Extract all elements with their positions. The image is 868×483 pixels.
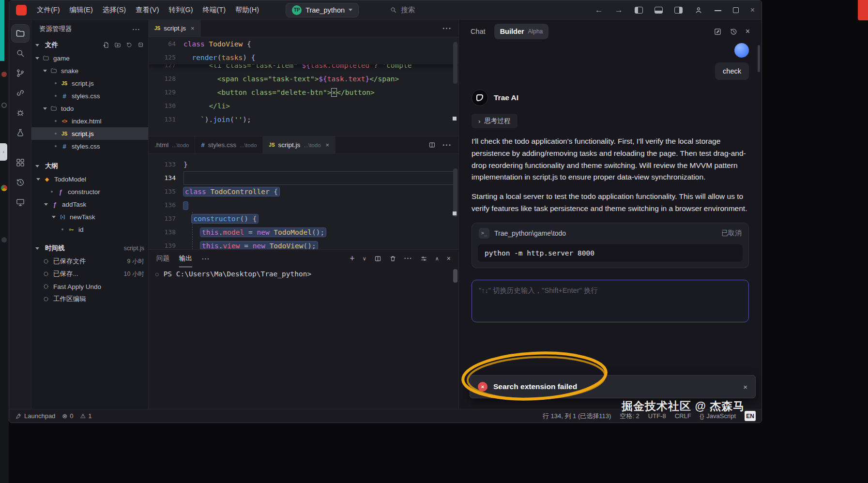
edge-handle[interactable]: ‹ bbox=[0, 143, 7, 161]
code-line[interactable]: 125 render(tasks) { bbox=[149, 51, 458, 64]
menu-terminal[interactable]: 终端(T) bbox=[198, 3, 230, 16]
tree-item-folder-snake[interactable]: snake bbox=[31, 64, 148, 77]
cursor-position[interactable]: 行 134, 列 1 (已选择113) bbox=[543, 412, 611, 421]
tab-builder[interactable]: Builder Alpha bbox=[494, 24, 549, 39]
scrollbar-thumb[interactable] bbox=[758, 45, 760, 72]
timeline-item[interactable]: 工作区编辑 bbox=[31, 293, 148, 305]
command-card[interactable]: >_ Trae_python\game\todo 已取消 python -m h… bbox=[472, 223, 749, 268]
code-line[interactable]: 136 bbox=[149, 198, 458, 212]
close-chat-icon[interactable]: × bbox=[746, 27, 750, 36]
section-files[interactable]: 文件 bbox=[31, 38, 148, 52]
section-outline[interactable]: 大纲 bbox=[31, 159, 148, 173]
tab-script-js-todo[interactable]: JS script.js ...\todo × bbox=[263, 136, 335, 153]
more-icon[interactable]: ··· bbox=[442, 24, 452, 33]
activity-search[interactable] bbox=[12, 45, 29, 62]
user-avatar[interactable] bbox=[734, 43, 749, 58]
code-line[interactable]: 134 bbox=[149, 171, 458, 185]
split-terminal-icon[interactable] bbox=[374, 255, 381, 262]
activity-extensions[interactable] bbox=[12, 154, 29, 171]
activity-references[interactable] bbox=[12, 84, 29, 102]
code-line[interactable]: 137 constructor() { bbox=[149, 212, 458, 226]
code-line[interactable]: 130 </li> bbox=[149, 99, 458, 113]
activity-debug[interactable] bbox=[12, 104, 29, 121]
code-editor[interactable]: 64class TodoView {125 render(tasks) { 12… bbox=[149, 37, 458, 136]
outline-item-newtask[interactable]: newTask bbox=[31, 211, 148, 223]
new-terminal-icon[interactable]: + bbox=[350, 254, 355, 264]
tab-styles-css[interactable]: # styles.css ...\todo bbox=[195, 136, 263, 153]
launchpad-button[interactable]: Launchpad bbox=[15, 412, 55, 420]
activity-test[interactable] bbox=[12, 124, 29, 141]
toggle-sidebar-icon[interactable] bbox=[635, 7, 643, 14]
ime-indicator[interactable]: EN bbox=[745, 411, 756, 421]
tab-script-js[interactable]: JS script.js × bbox=[149, 20, 201, 37]
split-editor-icon[interactable] bbox=[428, 141, 436, 149]
more-icon[interactable]: ··· bbox=[202, 255, 210, 262]
menu-view[interactable]: 查看(V) bbox=[131, 3, 163, 16]
nav-back-icon[interactable]: ← bbox=[595, 5, 603, 15]
more-icon[interactable]: ··· bbox=[133, 26, 141, 33]
tree-item-file-snake-styles[interactable]: # styles.css bbox=[31, 90, 148, 102]
activity-source-control[interactable] bbox=[12, 64, 29, 82]
close-toast-icon[interactable]: × bbox=[743, 383, 747, 391]
account-icon[interactable] bbox=[694, 6, 703, 15]
thinking-process-toggle[interactable]: › 思考过程 bbox=[472, 114, 518, 128]
timeline-item[interactable]: 已保存... 10 小时 bbox=[31, 268, 148, 280]
code-line[interactable]: 138 this.model = new TodoModel(); bbox=[149, 226, 458, 239]
history-icon[interactable] bbox=[730, 28, 738, 36]
menu-help[interactable]: 帮助(H) bbox=[231, 3, 263, 16]
menu-go[interactable]: 转到(G) bbox=[165, 3, 198, 16]
outline-item-todomodel[interactable]: ◆ TodoModel bbox=[31, 173, 148, 185]
tree-item-folder-game[interactable]: game bbox=[31, 52, 148, 64]
problems-errors[interactable]: ⊗ 0 bbox=[62, 412, 73, 420]
new-file-icon[interactable] bbox=[103, 42, 109, 48]
toggle-secondary-sidebar-icon[interactable] bbox=[674, 7, 683, 14]
more-icon[interactable]: ··· bbox=[404, 255, 412, 262]
project-switcher[interactable]: TP Trae_python bbox=[286, 3, 359, 17]
new-chat-icon[interactable] bbox=[714, 28, 722, 36]
code-line[interactable]: 128 <span class="task-text">${task.text}… bbox=[149, 72, 458, 86]
code-line[interactable]: 133} bbox=[149, 158, 458, 171]
tree-item-folder-todo[interactable]: todo bbox=[31, 102, 148, 115]
minimize-button[interactable] bbox=[715, 10, 721, 11]
toggle-panel-icon[interactable] bbox=[655, 7, 663, 14]
terminal[interactable]: ○ PS C:\Users\Ma\Desktop\Trae_python> bbox=[149, 267, 458, 278]
trash-icon[interactable] bbox=[389, 255, 396, 262]
code-editor[interactable]: 133}134135class TodoController {136137 c… bbox=[149, 154, 458, 249]
problems-warnings[interactable]: ⚠ 1 bbox=[80, 412, 91, 420]
collapse-all-icon[interactable] bbox=[137, 42, 144, 48]
close-icon[interactable]: × bbox=[191, 25, 195, 32]
scrollbar-thumb[interactable] bbox=[453, 269, 457, 283]
maximize-button[interactable] bbox=[733, 7, 739, 13]
scrollbar-thumb[interactable] bbox=[453, 42, 457, 84]
code-line[interactable]: 135class TodoController { bbox=[149, 185, 458, 198]
outline-item-constructor[interactable]: ƒ constructor bbox=[31, 185, 148, 198]
menu-edit[interactable]: 编辑(E) bbox=[65, 3, 97, 16]
filter-sliders-icon[interactable] bbox=[420, 255, 427, 262]
chevron-down-icon[interactable]: ∨ bbox=[363, 256, 366, 262]
timeline-item[interactable]: 已保存文件 9 小时 bbox=[31, 255, 148, 268]
close-window-button[interactable]: × bbox=[750, 6, 755, 15]
outline-item-id[interactable]: id bbox=[31, 223, 148, 236]
timeline-item[interactable]: Fast Apply Undo bbox=[31, 280, 148, 293]
code-line[interactable]: 131 `).join(''); bbox=[149, 113, 458, 126]
chat-input[interactable] bbox=[472, 280, 749, 322]
tree-item-file-index-html[interactable]: <> index.html bbox=[31, 115, 148, 127]
close-panel-icon[interactable]: × bbox=[447, 255, 451, 262]
more-icon[interactable]: ··· bbox=[442, 141, 452, 150]
menu-selection[interactable]: 选择(S) bbox=[98, 3, 130, 16]
tab-problems[interactable]: 问题 bbox=[156, 250, 169, 267]
tab-output[interactable]: 输出 bbox=[179, 250, 192, 267]
tab-index-html[interactable]: .html ...\todo bbox=[149, 136, 195, 153]
code-line[interactable]: 64class TodoView { bbox=[149, 37, 458, 51]
section-timeline[interactable]: 时间线 script.js bbox=[31, 242, 148, 255]
outline-item-addtask[interactable]: ƒ addTask bbox=[31, 198, 148, 211]
scrollbar-thumb[interactable] bbox=[453, 168, 457, 217]
new-folder-icon[interactable] bbox=[114, 42, 121, 48]
code-line[interactable]: 139 this.view = new TodoView(); bbox=[149, 239, 458, 249]
tree-item-file-todo-styles[interactable]: # styles.css bbox=[31, 140, 148, 152]
tree-item-file-snake-script[interactable]: JS script.js bbox=[31, 77, 148, 90]
menu-file[interactable]: 文件(F) bbox=[32, 3, 64, 16]
activity-remote[interactable] bbox=[12, 194, 29, 211]
close-icon[interactable]: × bbox=[326, 141, 330, 149]
tree-item-file-todo-script[interactable]: JS script.js bbox=[31, 127, 148, 140]
